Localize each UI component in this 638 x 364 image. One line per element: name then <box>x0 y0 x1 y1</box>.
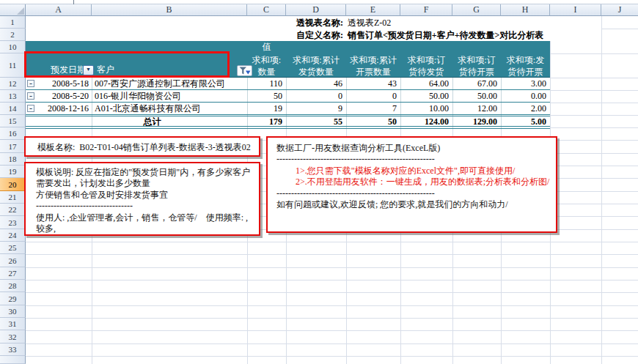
value-cell[interactable]: 0 <box>286 90 342 102</box>
pivot-data-row: - 2008-5-18 007-西安广源通控制工程有限公司 110 46 43 … <box>26 78 550 90</box>
value-cell[interactable]: 3.00 <box>501 78 546 89</box>
column-header-F[interactable]: F <box>400 4 452 16</box>
select-all-corner[interactable] <box>0 4 26 16</box>
gridline <box>26 356 638 357</box>
row-header-10[interactable]: 10 <box>0 41 26 53</box>
value-cell[interactable]: 50.00 <box>400 90 449 102</box>
pivot-data-row: - 2008-12-16 A01-北京通畅科技有限公司 19 9 7 10.00… <box>26 103 550 115</box>
column-header-J[interactable]: J <box>601 4 638 16</box>
row-header-16[interactable]: 16 <box>0 127 26 140</box>
value-cell[interactable]: 7 <box>346 103 397 114</box>
column-header-C[interactable]: C <box>247 4 286 16</box>
row-header-27[interactable]: 27 <box>0 267 26 280</box>
row-header-12[interactable]: 12 <box>0 78 26 90</box>
collapse-button[interactable]: - <box>27 92 34 100</box>
template-desc-box[interactable]: 模板说明: 反应在指定的"预发货日期"内，有多少家客户 需要发出，计划发出多少数… <box>24 162 260 236</box>
row-header-2[interactable]: 2 <box>0 29 26 41</box>
total-value-cell[interactable]: 5.00 <box>501 116 546 127</box>
customer-cell[interactable]: 016-银川华阳物资公司 <box>95 90 181 102</box>
value-cell[interactable]: 67.00 <box>452 78 497 89</box>
row-header-23[interactable]: 23 <box>0 216 26 229</box>
column-header-A[interactable]: A <box>26 4 92 16</box>
row-header-24[interactable]: 24 <box>0 229 26 242</box>
value-column-header[interactable]: 求和项:数量 <box>247 54 286 78</box>
collapse-button[interactable]: - <box>27 105 34 112</box>
row-header-25[interactable]: 25 <box>0 242 26 254</box>
value-cell[interactable]: 2.00 <box>501 103 546 114</box>
promo-line: 数据工厂-用友数据查询分析工具(ExceL版) <box>276 143 556 154</box>
date-cell[interactable]: 2008-5-18 <box>36 78 89 89</box>
value-column-header[interactable]: 求和项:订货待开票 <box>452 54 501 78</box>
header-line: 求和项:发 <box>501 54 550 66</box>
value-cell[interactable]: 64.00 <box>400 78 449 89</box>
date-cell[interactable]: 2008-12-16 <box>36 103 89 114</box>
values-header-cell[interactable]: 值 <box>247 42 286 53</box>
template-name-box[interactable]: 模板名称: B02-T01-04销售订单列表-数据表-3-透视表02 <box>24 136 260 157</box>
gridline <box>550 103 638 103</box>
value-column-header[interactable]: 求和项:订货待发货 <box>400 54 452 78</box>
row-header-21[interactable]: 21 <box>0 191 26 204</box>
total-value-cell[interactable]: 50 <box>346 116 397 127</box>
row-header-28[interactable]: 28 <box>0 280 26 292</box>
row-header-33[interactable]: 33 <box>0 343 26 356</box>
value-cell[interactable]: 50.00 <box>452 90 497 102</box>
gridline <box>26 292 638 293</box>
value-column-header[interactable]: 求和项:发货待开票 <box>501 54 550 78</box>
header-line: 求和项: <box>247 54 286 66</box>
column-header-I[interactable]: I <box>550 4 601 16</box>
row-header-14[interactable]: 14 <box>0 103 26 115</box>
custom-name-value-cell[interactable]: 销售订单<预发货日期+客户+待发数量>对比分析表 <box>348 30 600 41</box>
pivot-name-label-cell[interactable]: 透视表名称: <box>247 18 343 29</box>
gridline <box>26 242 638 242</box>
excel-worksheet: ABCDEFGHIJ 12101112131415161718192021222… <box>0 0 638 364</box>
row-header-1[interactable]: 1 <box>0 16 26 29</box>
value-cell[interactable]: 50 <box>247 90 282 102</box>
value-column-header[interactable]: 求和项:累计发货数量 <box>286 54 346 78</box>
row-header-18[interactable]: 18 <box>0 153 26 166</box>
desc-line: 使用人: ,企业管理者,会计，销售，仓管等/ 使用频率: , <box>36 212 259 223</box>
value-cell[interactable]: 9 <box>286 103 342 114</box>
column-header-G[interactable]: G <box>452 4 501 16</box>
promo-box[interactable]: 数据工厂-用友数据查询分析工具(ExceL版) ----------------… <box>266 136 557 233</box>
column-header-B[interactable]: B <box>92 4 247 16</box>
value-cell[interactable]: 0 <box>346 90 397 102</box>
value-cell[interactable]: 0.00 <box>501 90 546 102</box>
row-header-30[interactable]: 30 <box>0 305 26 318</box>
row-header-29[interactable]: 29 <box>0 292 26 305</box>
customer-cell[interactable]: A01-北京通畅科技有限公司 <box>95 103 201 114</box>
row-header-22[interactable]: 22 <box>0 204 26 216</box>
row-header-19[interactable]: 19 <box>0 166 26 178</box>
value-cell[interactable]: 43 <box>346 78 397 89</box>
value-cell[interactable]: 46 <box>286 78 342 89</box>
value-cell[interactable]: 10.00 <box>400 103 449 114</box>
total-value-cell[interactable]: 55 <box>286 116 342 127</box>
total-value-cell[interactable]: 124.00 <box>400 116 449 127</box>
collapse-button[interactable]: - <box>27 80 34 87</box>
pivot-name-value-cell[interactable]: 透视表Z-02 <box>348 18 590 29</box>
header-line: 货待开票 <box>452 66 501 78</box>
row-header-17[interactable]: 17 <box>0 140 26 153</box>
value-cell[interactable]: 110 <box>247 78 282 89</box>
header-line: 货待发货 <box>400 66 452 78</box>
total-value-cell[interactable]: 179 <box>247 116 282 127</box>
column-header-E[interactable]: E <box>346 4 400 16</box>
gridline <box>550 127 638 128</box>
row-header-11[interactable]: 11 <box>0 53 26 78</box>
custom-name-label-cell[interactable]: 自定义名称: <box>247 30 343 41</box>
row-header-20[interactable]: 20 <box>0 178 26 191</box>
row-header-26[interactable]: 26 <box>0 254 26 267</box>
row-header-13[interactable]: 13 <box>0 90 26 103</box>
row-header-32[interactable]: 32 <box>0 330 26 343</box>
template-name-text: 模板名称: B02-T01-04销售订单列表-数据表-3-透视表02 <box>37 142 259 153</box>
column-header-D[interactable]: D <box>286 4 346 16</box>
total-value-cell[interactable]: 129.00 <box>452 116 497 127</box>
date-cell[interactable]: 2008-5-20 <box>36 90 89 102</box>
row-header-15[interactable]: 15 <box>0 115 26 127</box>
total-label-cell[interactable]: 总计 <box>26 116 279 127</box>
value-column-header[interactable]: 求和项:累计开票数量 <box>346 54 400 78</box>
column-header-H[interactable]: H <box>501 4 550 16</box>
value-cell[interactable]: 12.00 <box>452 103 497 114</box>
customer-cell[interactable]: 007-西安广源通控制工程有限公司 <box>95 78 225 89</box>
row-header-31[interactable]: 31 <box>0 318 26 330</box>
value-cell[interactable]: 19 <box>247 103 282 114</box>
